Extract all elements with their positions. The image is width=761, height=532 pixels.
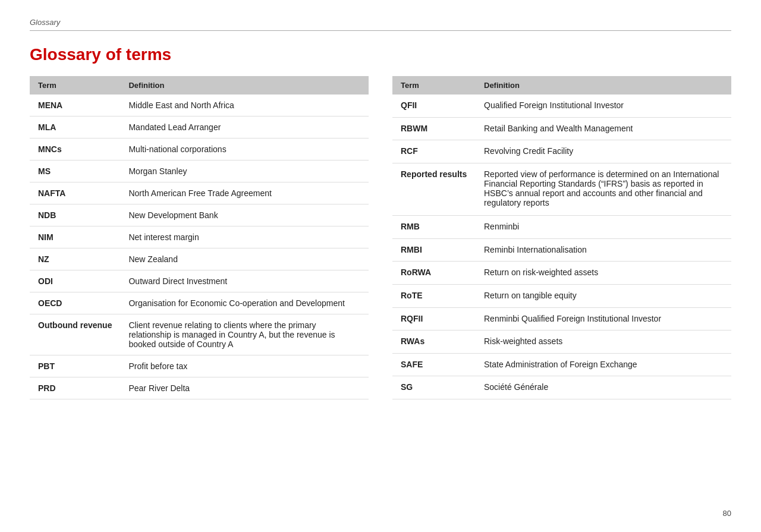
definition-cell: Pear River Delta [120,377,369,399]
definition-cell: Qualified Foreign Institutional Investor [476,95,731,117]
definition-cell: Multi-national corporations [120,138,369,160]
table-row: MNCsMulti-national corporations [30,138,369,160]
term-cell: RoTE [392,285,476,308]
term-cell: RMBI [392,238,476,262]
table-row: QFIIQualified Foreign Institutional Inve… [392,95,731,117]
definition-cell: Outward Direct Investment [120,270,369,292]
term-cell: RCF [392,140,476,163]
definition-cell: Net interest margin [120,226,369,248]
page-title: Glossary of terms [30,45,731,64]
table-row: RBWMRetail Banking and Wealth Management [392,117,731,140]
term-cell: RMB [392,216,476,239]
definition-cell: Risk-weighted assets [476,330,731,354]
term-cell: RoRWA [392,262,476,285]
right-glossary-table: Term Definition QFIIQualified Foreign In… [392,76,731,399]
term-cell: NIM [30,226,120,248]
definition-cell: Client revenue relating to clients where… [120,314,369,355]
page-number: 80 [723,509,731,518]
term-cell: OECD [30,292,120,314]
definition-cell: Return on risk-weighted assets [476,262,731,285]
table-row: RWAsRisk-weighted assets [392,330,731,354]
table-row: PBTProfit before tax [30,355,369,377]
term-cell: RWAs [392,330,476,354]
term-cell: MENA [30,95,120,117]
definition-cell: Return on tangible equity [476,285,731,308]
breadcrumb: Glossary [30,18,731,27]
term-cell: MNCs [30,138,120,160]
table-row: OECDOrganisation for Economic Co-operati… [30,292,369,314]
definition-cell: Société Générale [476,376,731,399]
right-col-definition: Definition [476,76,731,95]
table-row: SGSociété Générale [392,376,731,399]
definition-cell: Morgan Stanley [120,160,369,182]
definition-cell: Revolving Credit Facility [476,140,731,163]
table-row: RMBIReminbi Internationalisation [392,238,731,262]
term-cell: QFII [392,95,476,117]
table-row: MLAMandated Lead Arranger [30,117,369,138]
table-row: MSMorgan Stanley [30,160,369,182]
definition-cell: Mandated Lead Arranger [120,117,369,138]
definition-cell: Organisation for Economic Co-operation a… [120,292,369,314]
table-row: RMBRenminbi [392,216,731,239]
table-row: NAFTANorth American Free Trade Agreement [30,182,369,204]
table-row: RCFRevolving Credit Facility [392,140,731,163]
term-cell: SAFE [392,353,476,376]
definition-cell: Profit before tax [120,355,369,377]
table-row: Outbound revenueClient revenue relating … [30,314,369,355]
definition-cell: Reported view of performance is determin… [476,163,731,216]
table-row: RoTEReturn on tangible equity [392,285,731,308]
definition-cell: Middle East and North Africa [120,95,369,117]
term-cell: NZ [30,248,120,270]
definition-cell: Renminbi [476,216,731,239]
table-row: Reported resultsReported view of perform… [392,163,731,216]
term-cell: RBWM [392,117,476,140]
term-cell: MLA [30,117,120,138]
term-cell: Outbound revenue [30,314,120,355]
definition-cell: Reminbi Internationalisation [476,238,731,262]
definition-cell: New Development Bank [120,204,369,226]
table-row: NIMNet interest margin [30,226,369,248]
left-col-definition: Definition [120,76,369,95]
right-col-term: Term [392,76,476,95]
term-cell: Reported results [392,163,476,216]
term-cell: ODI [30,270,120,292]
term-cell: PBT [30,355,120,377]
table-row: NDBNew Development Bank [30,204,369,226]
table-row: NZNew Zealand [30,248,369,270]
table-row: MENAMiddle East and North Africa [30,95,369,117]
term-cell: NDB [30,204,120,226]
definition-cell: New Zealand [120,248,369,270]
definition-cell: North American Free Trade Agreement [120,182,369,204]
term-cell: PRD [30,377,120,399]
definition-cell: Retail Banking and Wealth Management [476,117,731,140]
table-row: RoRWAReturn on risk-weighted assets [392,262,731,285]
definition-cell: State Administration of Foreign Exchange [476,353,731,376]
left-col-term: Term [30,76,120,95]
term-cell: SG [392,376,476,399]
term-cell: NAFTA [30,182,120,204]
term-cell: RQFII [392,307,476,330]
term-cell: MS [30,160,120,182]
left-glossary-table: Term Definition MENAMiddle East and Nort… [30,76,369,399]
table-row: SAFEState Administration of Foreign Exch… [392,353,731,376]
table-row: PRDPear River Delta [30,377,369,399]
definition-cell: Renminbi Qualified Foreign Institutional… [476,307,731,330]
table-row: ODIOutward Direct Investment [30,270,369,292]
table-row: RQFIIRenminbi Qualified Foreign Institut… [392,307,731,330]
